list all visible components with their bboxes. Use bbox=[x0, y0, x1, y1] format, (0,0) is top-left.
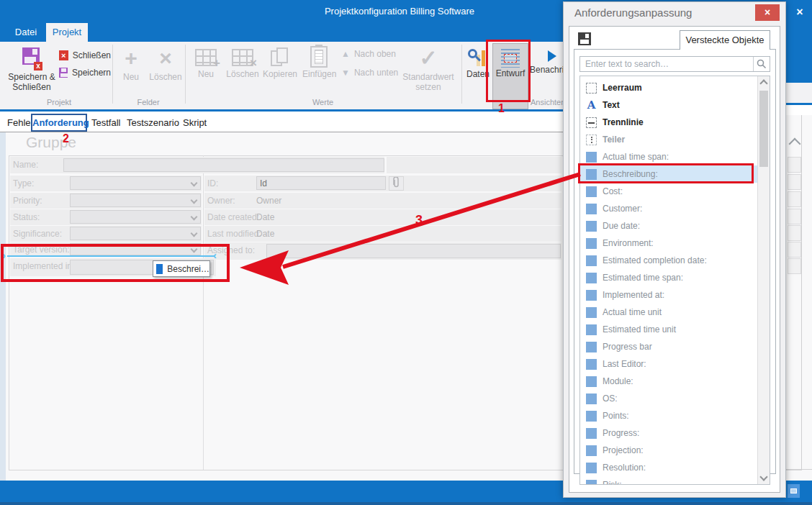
group-label-felder: Felder bbox=[112, 98, 184, 108]
tab-versteckte-objekte[interactable]: Versteckte Objekte bbox=[680, 30, 770, 50]
list-item-os[interactable]: OS: bbox=[580, 390, 757, 407]
list-scrollbar[interactable] bbox=[757, 76, 770, 484]
form-row-owner: Owner: Owner bbox=[204, 193, 561, 209]
list-item-implemented-at[interactable]: Implemented at: bbox=[580, 286, 757, 304]
move-up-button[interactable]: ▲ Nach oben bbox=[337, 46, 402, 62]
list-item-teiler[interactable]: Teiler bbox=[580, 131, 757, 148]
field-icon bbox=[586, 152, 597, 163]
row-gap bbox=[384, 157, 387, 173]
chevron-down-icon bbox=[191, 180, 198, 187]
form-row-cell bbox=[788, 174, 801, 190]
annotation-box-beschreibung bbox=[578, 163, 754, 183]
list-item-projection[interactable]: Projection: bbox=[580, 442, 757, 459]
list-item-estimated-time-unit[interactable]: Estimated time unit bbox=[580, 321, 757, 338]
status-dropdown[interactable] bbox=[70, 210, 201, 224]
annotation-step-3: 3 bbox=[415, 213, 423, 228]
priority-dropdown[interactable] bbox=[70, 194, 201, 207]
list-item-actual-time-unit[interactable]: Actual time unit bbox=[580, 304, 757, 321]
list-item-progress[interactable]: Progress: bbox=[580, 424, 757, 442]
window-glyph-icon bbox=[790, 488, 797, 493]
hidden-objects-list: Leerraum AText Trennlinie Teiler Actual … bbox=[579, 76, 770, 485]
list-item-module[interactable]: Module: bbox=[580, 373, 757, 390]
cross-icon: × bbox=[155, 46, 176, 70]
right-strip-ribbon bbox=[786, 83, 812, 103]
attachment-cell[interactable] bbox=[389, 176, 404, 191]
significance-dropdown[interactable] bbox=[70, 227, 201, 240]
field-icon bbox=[586, 445, 597, 456]
field-icon bbox=[586, 411, 597, 422]
field-icon bbox=[586, 221, 597, 232]
list-item-customer[interactable]: Customer: bbox=[580, 200, 757, 217]
list-item-resolution[interactable]: Resolution: bbox=[580, 459, 757, 476]
table-delete-icon: × bbox=[232, 49, 253, 66]
list-item-environment[interactable]: Environment: bbox=[580, 235, 757, 252]
field-icon bbox=[586, 342, 597, 352]
list-item-leerraum[interactable]: Leerraum bbox=[580, 79, 757, 96]
scroll-down-icon[interactable] bbox=[759, 473, 767, 481]
form-row-cell bbox=[788, 225, 801, 241]
list-item-last-editor[interactable]: Last Editor: bbox=[580, 355, 757, 373]
save-floppy-icon bbox=[59, 68, 68, 78]
right-strip-border bbox=[801, 115, 802, 470]
tab-datei[interactable]: Datei bbox=[6, 23, 46, 42]
form-row-cell bbox=[788, 242, 801, 258]
list-item-progress-bar[interactable]: Progress bar bbox=[580, 338, 757, 355]
panel-save-icon[interactable] bbox=[578, 32, 591, 45]
list-item-estimated-time-span[interactable]: Estimated time span: bbox=[580, 269, 757, 286]
list-item-cost[interactable]: Cost: bbox=[580, 183, 757, 200]
list-item-trennlinie[interactable]: Trennlinie bbox=[580, 114, 757, 131]
annotation-step-1: 1 bbox=[498, 102, 505, 115]
type-dropdown[interactable] bbox=[70, 176, 201, 190]
tab-projekt[interactable]: Projekt bbox=[46, 23, 88, 42]
status-bar-button[interactable] bbox=[788, 484, 800, 498]
field-icon bbox=[586, 480, 597, 485]
chevron-down-icon bbox=[191, 197, 198, 204]
move-down-button[interactable]: ▼ Nach unten bbox=[337, 65, 402, 81]
tab-testfall[interactable]: Testfall bbox=[91, 115, 120, 131]
field-icon bbox=[586, 376, 597, 387]
id-input[interactable] bbox=[256, 176, 386, 190]
group-label-projekt: Projekt bbox=[7, 98, 111, 108]
tab-testszenario[interactable]: Testszenario bbox=[127, 115, 179, 131]
scrollbar-thumb[interactable] bbox=[759, 91, 768, 167]
window-close-button[interactable]: × bbox=[792, 4, 808, 20]
list-item-text[interactable]: AText bbox=[580, 96, 757, 114]
form-row-cell bbox=[788, 258, 801, 274]
arrow-down-icon: ▼ bbox=[341, 68, 350, 78]
field-icon bbox=[586, 238, 597, 249]
save-close-icon: x bbox=[21, 46, 42, 70]
list-item-points[interactable]: Points: bbox=[580, 407, 757, 424]
field-icon bbox=[586, 428, 597, 439]
form-column-divider bbox=[203, 155, 204, 470]
tab-fehler[interactable]: Fehler bbox=[7, 115, 34, 131]
list-item-risk[interactable]: Risk: bbox=[580, 476, 757, 484]
list-item-estimated-completion-date[interactable]: Estimated completion date: bbox=[580, 252, 757, 269]
tab-anforderung[interactable]: Anforderung bbox=[31, 114, 87, 132]
check-icon: ✓ bbox=[418, 46, 439, 70]
field-icon bbox=[586, 204, 597, 214]
scrollbar-up-icon[interactable] bbox=[790, 140, 799, 148]
annotation-box-drop-target bbox=[1, 244, 230, 282]
close-button[interactable]: × Schließen bbox=[56, 47, 111, 63]
left-margin-strip bbox=[0, 132, 6, 481]
field-icon bbox=[586, 186, 597, 197]
table-add-icon: + bbox=[195, 49, 217, 66]
search-input[interactable] bbox=[582, 58, 751, 70]
close-red-x-icon: × bbox=[59, 50, 68, 60]
arrow-up-icon: ▲ bbox=[341, 49, 350, 59]
tab-skript[interactable]: Skript bbox=[183, 115, 207, 131]
group-separator bbox=[185, 45, 186, 104]
group-label-werte: Werte bbox=[185, 98, 461, 108]
name-label: Name: bbox=[13, 160, 38, 170]
list-item-due-date[interactable]: Due date: bbox=[580, 217, 757, 235]
scroll-up-icon[interactable] bbox=[759, 79, 767, 87]
name-input[interactable] bbox=[63, 158, 384, 172]
assigned-to-input[interactable] bbox=[266, 244, 561, 258]
search-button[interactable] bbox=[753, 57, 770, 71]
save-button[interactable]: Speichern bbox=[56, 65, 111, 81]
field-icon bbox=[586, 393, 597, 404]
panel-close-button[interactable]: × bbox=[755, 4, 780, 21]
field-icon bbox=[586, 255, 597, 266]
chevron-down-icon bbox=[191, 230, 198, 237]
field-icon bbox=[586, 359, 597, 370]
